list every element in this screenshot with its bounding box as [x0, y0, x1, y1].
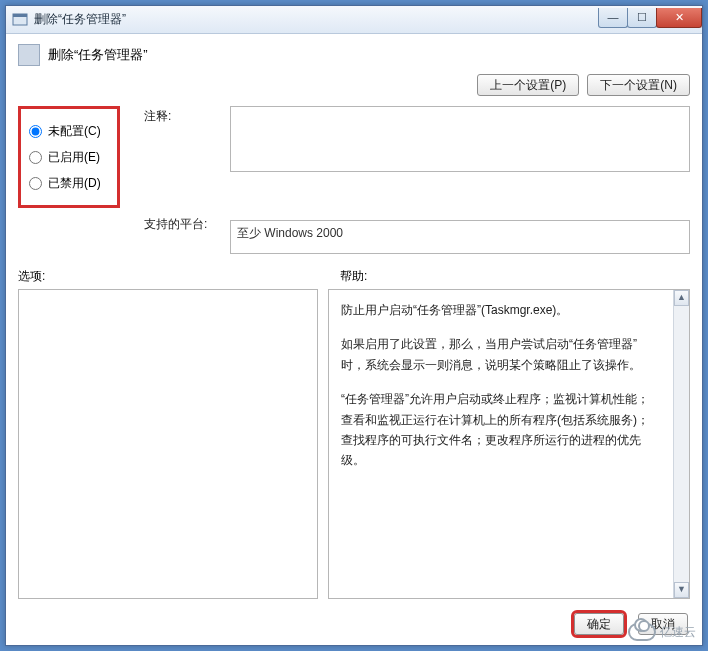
prev-setting-button[interactable]: 上一个设置(P) — [477, 74, 579, 96]
minimize-button[interactable]: — — [598, 8, 628, 28]
nav-row: 上一个设置(P) 下一个设置(N) — [18, 72, 690, 106]
help-scrollbar[interactable]: ▲ ▼ — [673, 290, 689, 598]
dialog-window: 删除“任务管理器” — ☐ ✕ 删除“任务管理器” 上一个设置(P) 下一个设置… — [5, 5, 703, 646]
state-radio-group: 未配置(C) 已启用(E) 已禁用(D) — [18, 106, 120, 208]
comment-label: 注释: — [144, 106, 224, 208]
options-label: 选项: — [18, 268, 340, 285]
section-labels: 选项: 帮助: — [18, 268, 690, 285]
help-label: 帮助: — [340, 268, 367, 285]
options-pane[interactable] — [18, 289, 318, 599]
comment-textarea[interactable] — [230, 106, 690, 172]
platform-value: 至少 Windows 2000 — [237, 225, 343, 242]
help-paragraph: 防止用户启动“任务管理器”(Taskmgr.exe)。 — [341, 300, 659, 320]
scroll-up-icon[interactable]: ▲ — [674, 290, 689, 306]
maximize-button[interactable]: ☐ — [627, 8, 657, 28]
radio-enabled-input[interactable] — [29, 151, 42, 164]
radio-not-configured-input[interactable] — [29, 125, 42, 138]
titlebar[interactable]: 删除“任务管理器” — ☐ ✕ — [6, 6, 702, 34]
policy-icon — [18, 44, 40, 66]
window-controls: — ☐ ✕ — [599, 8, 702, 28]
dialog-footer: 确定 取消 — [574, 613, 688, 635]
ok-button[interactable]: 确定 — [574, 613, 624, 635]
app-icon — [12, 12, 28, 28]
policy-title: 删除“任务管理器” — [48, 46, 148, 64]
platform-label: 支持的平台: — [144, 214, 224, 254]
platform-field: 至少 Windows 2000 — [230, 220, 690, 254]
radio-disabled-label: 已禁用(D) — [48, 175, 101, 192]
svg-rect-1 — [13, 14, 27, 17]
dialog-content: 删除“任务管理器” 上一个设置(P) 下一个设置(N) 未配置(C) 已启用(E… — [6, 34, 702, 609]
help-pane[interactable]: 防止用户启动“任务管理器”(Taskmgr.exe)。 如果启用了此设置，那么，… — [328, 289, 690, 599]
radio-enabled-label: 已启用(E) — [48, 149, 100, 166]
cancel-button[interactable]: 取消 — [638, 613, 688, 635]
radio-disabled-input[interactable] — [29, 177, 42, 190]
help-paragraph: “任务管理器”允许用户启动或终止程序；监视计算机性能；查看和监视正运行在计算机上… — [341, 389, 659, 471]
next-setting-button[interactable]: 下一个设置(N) — [587, 74, 690, 96]
close-button[interactable]: ✕ — [656, 8, 702, 28]
header-row: 删除“任务管理器” — [18, 44, 690, 66]
radio-not-configured[interactable]: 未配置(C) — [27, 119, 111, 143]
radio-enabled[interactable]: 已启用(E) — [27, 145, 111, 169]
help-paragraph: 如果启用了此设置，那么，当用户尝试启动“任务管理器”时，系统会显示一则消息，说明… — [341, 334, 659, 375]
radio-disabled[interactable]: 已禁用(D) — [27, 171, 111, 195]
scroll-down-icon[interactable]: ▼ — [674, 582, 689, 598]
radio-not-configured-label: 未配置(C) — [48, 123, 101, 140]
window-title: 删除“任务管理器” — [34, 11, 599, 28]
